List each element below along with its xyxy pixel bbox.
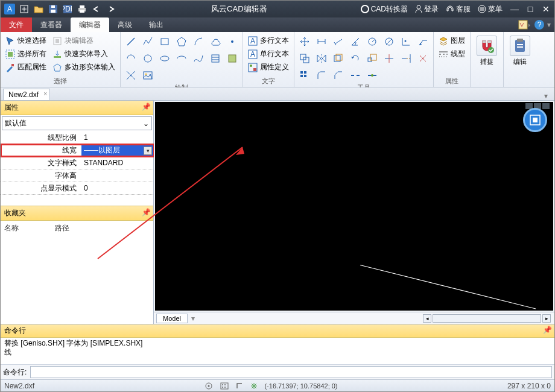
scroll-track[interactable] xyxy=(433,314,541,323)
block-editor-button[interactable]: 块编辑器 xyxy=(51,35,116,46)
redo-icon[interactable] xyxy=(104,2,118,16)
ortho-toggle-icon[interactable] xyxy=(235,382,244,390)
view-cube-button[interactable] xyxy=(523,108,547,132)
close-button[interactable]: ✕ xyxy=(540,4,552,14)
prop-row-ptmode[interactable]: 点显示模式0 xyxy=(1,182,153,195)
arc2-icon[interactable] xyxy=(124,52,138,65)
image-icon[interactable] xyxy=(141,69,154,82)
explode-icon[interactable] xyxy=(416,52,430,65)
xline-icon[interactable] xyxy=(124,69,138,82)
style-dropdown-icon[interactable] xyxy=(518,20,531,30)
line-icon[interactable] xyxy=(124,35,138,48)
cloud-icon[interactable] xyxy=(209,35,222,48)
match-props-button[interactable]: 匹配属性 xyxy=(4,62,48,73)
open-icon[interactable] xyxy=(32,2,45,16)
tab-output[interactable]: 输出 xyxy=(141,17,172,32)
break-icon[interactable] xyxy=(349,69,362,82)
close-tab-icon[interactable]: × xyxy=(43,90,47,97)
polygon-input-button[interactable]: 多边形实体输入 xyxy=(51,62,116,73)
save-icon[interactable] xyxy=(46,2,60,16)
dim-ordinate-icon[interactable] xyxy=(399,35,413,48)
polar-toggle-icon[interactable] xyxy=(250,382,258,390)
pin-icon[interactable]: 📌 xyxy=(543,326,552,334)
attdef-button[interactable]: 属性定义 xyxy=(247,62,290,73)
menu-button[interactable]: 菜单 xyxy=(478,4,503,14)
properties-combo[interactable]: 默认值⌄ xyxy=(2,116,152,130)
dim-diameter-icon[interactable] xyxy=(382,35,396,48)
rect-icon[interactable] xyxy=(158,35,171,48)
ellipse-arc-icon[interactable] xyxy=(175,52,188,65)
snap-button[interactable]: 捕捉 xyxy=(474,33,500,77)
join-icon[interactable] xyxy=(366,69,379,82)
quick-select-button[interactable]: 快速选择 xyxy=(4,35,48,46)
edit-button[interactable]: 编辑 xyxy=(507,33,533,77)
doctabs-dropdown-icon[interactable]: ▾ xyxy=(541,92,551,100)
vp-close-icon[interactable] xyxy=(542,103,550,109)
chamfer-icon[interactable] xyxy=(332,69,345,82)
solid-import-button[interactable]: 快速实体导入 xyxy=(51,48,116,60)
drawing-canvas[interactable] xyxy=(155,102,553,311)
minimize-button[interactable]: — xyxy=(509,4,521,14)
dim-radius-icon[interactable] xyxy=(366,35,379,48)
help-icon[interactable]: ? xyxy=(534,19,545,30)
polygon-draw-icon[interactable] xyxy=(175,35,188,48)
dim-angular-icon[interactable] xyxy=(349,35,362,48)
tab-advanced[interactable]: 高级 xyxy=(109,17,141,32)
offset-icon[interactable] xyxy=(332,52,345,65)
print-icon[interactable] xyxy=(75,2,89,16)
scale-icon[interactable] xyxy=(366,52,379,65)
dim-linear-icon[interactable] xyxy=(315,35,328,48)
prop-value[interactable]: ——以图层▾ xyxy=(81,145,153,156)
save-pdf-icon[interactable]: PDF xyxy=(61,2,74,16)
tab-viewer[interactable]: 查看器 xyxy=(32,17,71,32)
fillet-icon[interactable] xyxy=(315,69,328,82)
trim-icon[interactable] xyxy=(382,52,396,65)
document-tab[interactable]: New2.dxf× xyxy=(3,89,50,100)
select-all-button[interactable]: 选择所有 xyxy=(4,48,48,60)
layer-button[interactable]: 图层 xyxy=(437,35,466,46)
stext-button[interactable]: A单行文本 xyxy=(247,48,290,60)
circle-icon[interactable] xyxy=(141,52,154,65)
grid-toggle-icon[interactable] xyxy=(220,382,229,390)
ellipse-icon[interactable] xyxy=(158,52,171,65)
prop-row-lineweight[interactable]: 线宽——以图层▾ xyxy=(1,144,153,157)
arc-icon[interactable] xyxy=(192,35,205,48)
pin-icon[interactable]: 📌 xyxy=(142,208,151,217)
tab-file[interactable]: 文件 xyxy=(1,17,32,32)
array-icon[interactable] xyxy=(298,69,311,82)
undo-icon[interactable] xyxy=(90,2,103,16)
point-icon[interactable] xyxy=(226,35,239,48)
leader-icon[interactable] xyxy=(416,35,430,48)
extend-icon[interactable] xyxy=(399,52,413,65)
move-icon[interactable] xyxy=(298,35,311,48)
prop-row-textheight[interactable]: 字体高 xyxy=(1,169,153,182)
prop-row-textstyle[interactable]: 文字样式STANDARD xyxy=(1,157,153,169)
model-dropdown-icon[interactable]: ▾ xyxy=(191,314,195,323)
maximize-button[interactable]: □ xyxy=(524,4,536,14)
help-drop-icon[interactable]: ▾ xyxy=(547,21,551,29)
scroll-right-icon[interactable]: ▸ xyxy=(542,314,551,323)
scroll-left-icon[interactable]: ◂ xyxy=(423,314,431,323)
polyline-icon[interactable] xyxy=(141,35,154,48)
login-button[interactable]: 登录 xyxy=(415,4,439,14)
hatch-icon[interactable] xyxy=(209,52,222,65)
support-button[interactable]: 客服 xyxy=(446,4,471,14)
copy-icon[interactable] xyxy=(298,52,311,65)
horizontal-scrollbar[interactable]: ◂ ▸ xyxy=(423,314,554,323)
model-tab[interactable]: Model xyxy=(156,314,188,323)
prop-row-ltscale[interactable]: 线型比例1 xyxy=(1,131,153,144)
new-icon[interactable] xyxy=(17,2,31,16)
mirror-icon[interactable] xyxy=(315,52,328,65)
app-icon[interactable]: A xyxy=(3,2,16,16)
command-input[interactable] xyxy=(30,366,552,378)
rotate-icon[interactable] xyxy=(349,52,362,65)
spline-icon[interactable] xyxy=(192,52,205,65)
tab-editor[interactable]: 编辑器 xyxy=(71,17,109,32)
dim-aligned-icon[interactable] xyxy=(332,35,345,48)
snap-toggle-icon[interactable] xyxy=(204,382,214,390)
dropdown-icon[interactable]: ▾ xyxy=(144,147,152,155)
cad-converter-button[interactable]: CAD转换器 xyxy=(361,4,408,14)
pin-icon[interactable]: 📌 xyxy=(142,103,151,111)
linetype-button[interactable]: 线型 xyxy=(437,48,466,60)
mtext-button[interactable]: A多行文本 xyxy=(247,35,290,46)
